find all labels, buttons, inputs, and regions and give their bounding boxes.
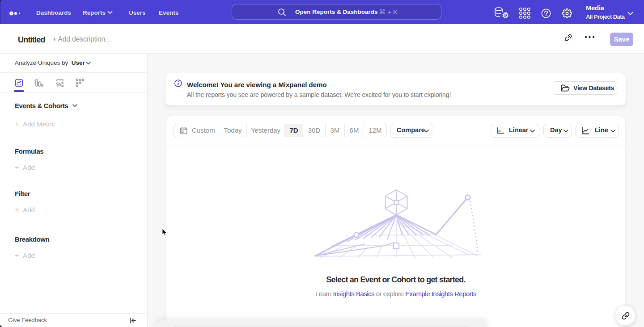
svg-text:i: i (178, 80, 179, 87)
